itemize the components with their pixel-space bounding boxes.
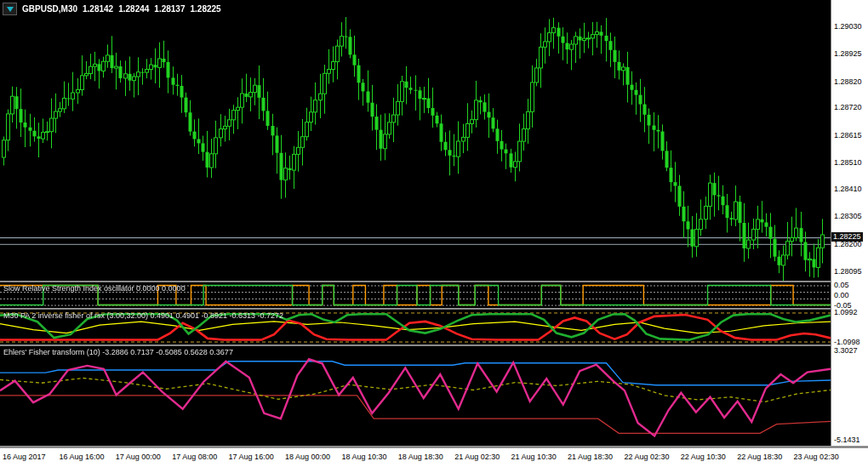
time-axis-label: 17 Aug 08:00 (172, 453, 217, 461)
mt4-chart-window: GBPUSD,M30 1.28142 1.28244 1.28137 1.282… (0, 0, 868, 467)
indicator-pane-ehlers-fisher[interactable]: Ehlers' Fisher transform (10) -3.2886 0.… (0, 346, 831, 446)
price-scale-label: 1.28925 (834, 50, 862, 58)
time-axis-label: 18 Aug 10:30 (341, 453, 386, 461)
pane-canvas-2[interactable] (0, 346, 831, 446)
price-scale-label: 3.3027 (834, 347, 858, 355)
pane-canvas-1[interactable] (0, 310, 831, 345)
price-scale-label: 1.28200 (834, 241, 862, 248)
one-click-trading-toggle[interactable] (3, 3, 17, 15)
price-scale-label: 1.28510 (834, 159, 862, 167)
price-scale-label: 1.28615 (834, 132, 862, 140)
chevron-down-icon (7, 7, 14, 12)
price-scale-label: 0.00 (834, 292, 849, 299)
time-axis-label: 21 Aug 18:30 (568, 453, 613, 461)
price-scale-label: 1.28410 (834, 185, 862, 193)
main-chart-pane[interactable]: GBPUSD,M30 1.28142 1.28244 1.28137 1.282… (0, 0, 831, 281)
time-axis-label: 22 Aug 02:30 (624, 453, 669, 461)
bid-price-box: 1.28225 (831, 232, 863, 242)
symbol-name: GBPUSD,M30 (22, 4, 77, 14)
time-axis-label: 17 Aug 00:00 (116, 453, 161, 461)
high-value: 1.28244 (118, 4, 149, 14)
indicator-pane-rsi[interactable]: Slow Relative Strength Index oscillator … (0, 282, 831, 308)
time-axis-label: 18 Aug 00:00 (285, 453, 330, 461)
price-scale-label: 1.28820 (834, 78, 862, 86)
time-axis-label: 21 Aug 10:30 (511, 453, 557, 461)
price-scale-label: 1.29030 (834, 23, 862, 31)
symbol-ohlc-label: GBPUSD,M30 1.28142 1.28244 1.28137 1.282… (22, 4, 221, 14)
price-scale-label: 1.28095 (834, 268, 862, 276)
price-scale-label: 1.28305 (834, 213, 862, 220)
time-axis-label: 18 Aug 18:30 (398, 453, 443, 461)
price-scale-label: 1.28720 (834, 104, 862, 111)
price-scale-label: 0.05 (834, 282, 849, 289)
symbol-header: GBPUSD,M30 1.28142 1.28244 1.28137 1.282… (3, 3, 221, 15)
time-axis-label: 16 Aug 2017 (3, 453, 46, 461)
time-axis-label: 23 Aug 02:30 (794, 453, 839, 461)
time-axis-label: 21 Aug 02:30 (454, 453, 500, 461)
open-value: 1.28142 (83, 4, 113, 14)
close-value: 1.28225 (190, 4, 220, 14)
time-axis-label: 22 Aug 10:30 (681, 453, 726, 461)
time-axis-label: 22 Aug 18:30 (737, 453, 782, 461)
indicator-pane-inverse-fisher[interactable]: M30 PA 2 inverse fisher of rsx (3.00,32.… (0, 310, 831, 345)
price-scale-label: 1.0992 (834, 309, 858, 316)
time-axis[interactable]: 16 Aug 201716 Aug 16:0017 Aug 00:0017 Au… (0, 447, 868, 467)
low-value: 1.28137 (154, 4, 185, 14)
pane-canvas-0[interactable] (0, 282, 831, 308)
main-chart-canvas[interactable] (0, 0, 831, 281)
time-axis-label: 16 Aug 16:00 (59, 453, 104, 461)
price-scale-label: -5.1431 (834, 436, 860, 444)
time-axis-label: 17 Aug 16:00 (229, 453, 274, 461)
price-scale[interactable]: 1.290301.289251.288201.287201.286151.285… (831, 0, 868, 446)
